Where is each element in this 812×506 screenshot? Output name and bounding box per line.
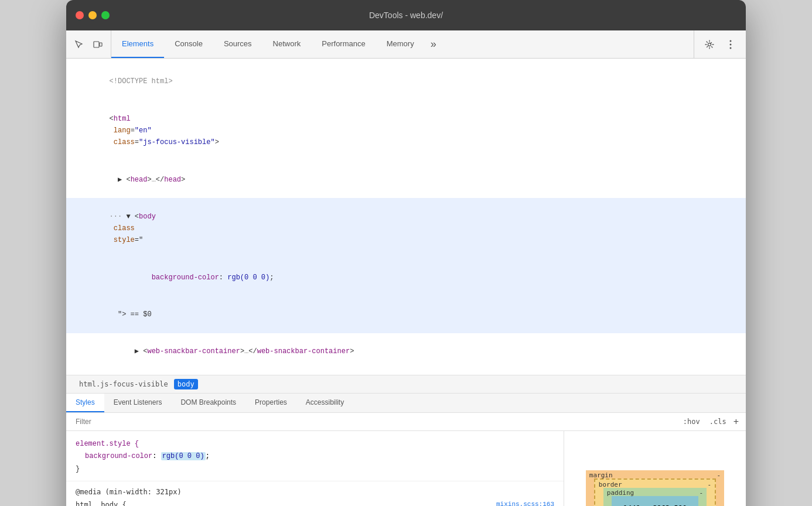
- svg-rect-1: [100, 43, 102, 46]
- tab-console[interactable]: Console: [164, 30, 213, 58]
- svg-point-5: [730, 47, 732, 49]
- breadcrumb-item-body[interactable]: body: [174, 379, 198, 389]
- window-title: DevTools - web.dev/: [369, 11, 443, 20]
- panel-tab-dom-breakpoints[interactable]: DOM Breakpoints: [171, 394, 245, 412]
- svg-point-4: [730, 43, 732, 45]
- more-tabs-button[interactable]: »: [425, 30, 442, 58]
- tree-line-body-close-attr: "> == $0: [66, 296, 746, 333]
- panel-tab-event-listeners[interactable]: Event Listeners: [104, 394, 172, 412]
- box-model-panel: margin - - - border - - - padding: [564, 431, 746, 506]
- box-model: margin - - - border - - - padding: [586, 470, 724, 506]
- breadcrumb-item-html[interactable]: html.js-focus-visible: [76, 379, 172, 389]
- border-top-value[interactable]: -: [708, 481, 712, 488]
- inspect-icon[interactable]: [71, 36, 87, 53]
- css-source-link[interactable]: _mixins.scss:163: [492, 499, 554, 506]
- filter-bar: :hov .cls +: [66, 413, 746, 431]
- html-tree[interactable]: <!DOCTYPE html> <html lang="en" class="j…: [66, 59, 746, 375]
- devtools-toolbar: Elements Console Sources Network Perform…: [66, 30, 746, 59]
- box-content: 1440 × 3963.590: [612, 496, 698, 506]
- traffic-lights: [76, 11, 110, 19]
- more-options-icon[interactable]: [722, 36, 739, 53]
- box-padding: padding - - - 1440 × 3963.590 -: [603, 488, 707, 506]
- filter-actions: :hov .cls +: [674, 416, 746, 427]
- settings-icon[interactable]: [701, 36, 718, 53]
- tab-elements[interactable]: Elements: [111, 30, 164, 58]
- css-rule-element-style: element.style { background-color: rgb(0 …: [66, 436, 564, 478]
- filter-input[interactable]: [66, 413, 674, 430]
- margin-top-value[interactable]: -: [717, 471, 721, 479]
- svg-rect-0: [94, 42, 99, 47]
- tab-memory[interactable]: Memory: [376, 30, 425, 58]
- css-value-rgb[interactable]: rgb(0 0 0): [161, 452, 206, 460]
- box-margin: margin - - - border - - - padding: [586, 470, 724, 506]
- toolbar-icon-group: [66, 30, 111, 58]
- panel-tab-accessibility[interactable]: Accessibility: [296, 394, 353, 412]
- minimize-button[interactable]: [88, 11, 97, 19]
- maximize-button[interactable]: [101, 11, 110, 19]
- tree-line-html[interactable]: <html lang="en" class="js-focus-visible"…: [66, 100, 746, 161]
- panel-tabs: Styles Event Listeners DOM Breakpoints P…: [66, 394, 746, 413]
- cls-button[interactable]: .cls: [707, 416, 729, 427]
- tab-performance[interactable]: Performance: [311, 30, 376, 58]
- tree-line-body-style: background-color: rgb(0 0 0);: [66, 259, 746, 296]
- tab-network[interactable]: Network: [262, 30, 312, 58]
- device-toolbar-icon[interactable]: [90, 36, 106, 53]
- hov-button[interactable]: :hov: [681, 416, 702, 427]
- css-rules-panel[interactable]: element.style { background-color: rgb(0 …: [66, 431, 564, 506]
- breadcrumb: html.js-focus-visible body: [66, 375, 746, 394]
- panel-tab-styles[interactable]: Styles: [66, 394, 104, 412]
- panel-tab-properties[interactable]: Properties: [245, 394, 296, 412]
- tree-line-doctype: <!DOCTYPE html>: [66, 63, 746, 100]
- toolbar-right-actions: [694, 30, 746, 58]
- main-content: <!DOCTYPE html> <html lang="en" class="j…: [66, 59, 746, 506]
- devtools-window: DevTools - web.dev/ Elements Console: [66, 0, 746, 506]
- tree-line-body-open[interactable]: ··· ▼ <body class style=": [66, 198, 746, 259]
- styles-content-area: element.style { background-color: rgb(0 …: [66, 431, 746, 506]
- tree-line-snackbar[interactable]: ▶ <web-snackbar-container>…</web-snackba…: [66, 333, 746, 370]
- svg-point-3: [730, 40, 732, 42]
- title-bar: DevTools - web.dev/: [66, 0, 746, 30]
- box-border: border - - - padding - - -: [594, 478, 716, 506]
- add-style-button[interactable]: +: [733, 416, 739, 427]
- main-tabs: Elements Console Sources Network Perform…: [111, 30, 694, 58]
- css-rule-media: @media (min-width: 321px) html, body { _…: [66, 481, 564, 506]
- tab-sources[interactable]: Sources: [213, 30, 262, 58]
- padding-top-value[interactable]: -: [700, 489, 704, 497]
- tree-line-head[interactable]: ▶ <head>…</head>: [66, 161, 746, 198]
- close-button[interactable]: [76, 11, 84, 19]
